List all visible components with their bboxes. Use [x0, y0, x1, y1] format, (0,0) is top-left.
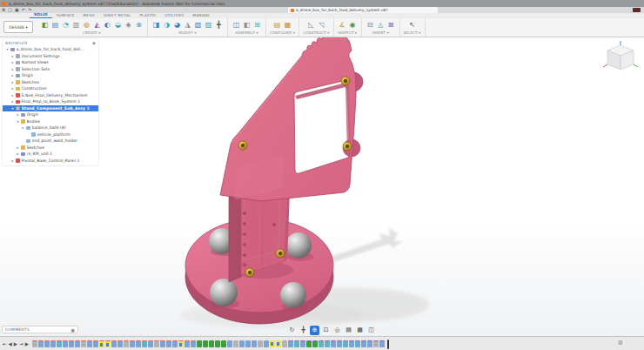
browser-item[interactable]: ▸Document Settings — [3, 53, 98, 60]
toolbar-group-label[interactable]: INSERT ▾ — [372, 30, 389, 35]
timeline-feature[interactable] — [252, 340, 257, 347]
document-tab[interactable]: a_drone_box_for_back_food_delivery_syste… — [288, 7, 438, 13]
tool-icon[interactable]: ▦ — [283, 20, 292, 30]
tool-icon[interactable]: ◔ — [61, 20, 70, 30]
tool-icon[interactable]: ◮ — [183, 20, 192, 30]
browser-item[interactable]: ▾Stand_Component_Sub_Assy 1 — [3, 105, 98, 112]
timeline-feature[interactable] — [197, 340, 202, 347]
timeline-feature[interactable] — [337, 340, 342, 347]
tool-icon[interactable]: ◉ — [348, 20, 358, 30]
browser-item[interactable]: ▸cs_KM_unit 1 — [3, 151, 98, 158]
timeline-feature[interactable] — [166, 340, 171, 347]
expand-caret-icon[interactable]: ▸ — [10, 60, 15, 64]
play-range-button[interactable]: ▶ — [25, 340, 29, 348]
timeline-feature[interactable] — [264, 340, 269, 347]
timeline-feature[interactable] — [367, 340, 372, 347]
timeline-feature[interactable] — [105, 340, 111, 347]
timeline-feature[interactable] — [111, 340, 117, 347]
timeline-feature[interactable] — [117, 340, 123, 347]
toolbar-group-label[interactable]: CREATE ▾ — [83, 30, 100, 35]
expand-caret-icon[interactable]: ▸ — [16, 151, 20, 156]
expand-caret-icon[interactable]: ▸ — [10, 158, 15, 163]
timeline-feature[interactable] — [306, 340, 312, 347]
timeline-feature[interactable] — [57, 340, 62, 347]
timeline-feature[interactable] — [69, 340, 74, 347]
expand-caret-icon[interactable]: ▸ — [10, 54, 15, 58]
browser-item[interactable]: vehicle_platform — [3, 131, 98, 138]
display-settings-icon[interactable]: ▤ — [344, 326, 353, 335]
timeline-feature[interactable] — [191, 340, 196, 347]
timeline-feature[interactable] — [282, 340, 287, 347]
timeline-feature[interactable] — [124, 340, 129, 347]
tool-icon[interactable]: ◒ — [113, 20, 123, 30]
timeline-feature[interactable] — [209, 340, 214, 347]
toolbar-group-label[interactable]: MODIFY ▾ — [178, 30, 196, 35]
tool-icon[interactable]: ▤ — [272, 20, 282, 30]
step-back-button[interactable]: ◀ — [9, 340, 12, 348]
browser-item[interactable]: ▸Sketches — [3, 145, 98, 151]
expand-caret-icon[interactable]: ▸ — [10, 80, 15, 84]
browser-item[interactable]: ▸Named Views — [3, 59, 98, 66]
timeline-feature[interactable] — [221, 340, 226, 347]
user-avatar[interactable] — [633, 8, 641, 12]
grid-settings-icon[interactable]: ▦ — [355, 326, 365, 335]
fit-icon[interactable]: ⊡ — [321, 326, 331, 335]
tool-icon[interactable]: ▨ — [204, 20, 213, 30]
browser-item[interactable]: ▸Sketches — [3, 79, 98, 86]
tool-icon[interactable]: ∡ — [338, 20, 347, 30]
timeline-feature[interactable] — [63, 340, 68, 347]
timeline-feature[interactable] — [130, 340, 135, 347]
expand-caret-icon[interactable]: ▸ — [10, 67, 15, 71]
browser-item[interactable]: ▾a_drone_box_for_back_food_deli... — [3, 46, 98, 53]
viewports-icon[interactable]: ◫ — [366, 326, 376, 335]
play-button[interactable]: ▶ — [14, 340, 17, 348]
tool-icon[interactable]: ▥ — [71, 20, 81, 30]
timeline-feature[interactable] — [233, 340, 238, 347]
save-icon[interactable]: ▣ — [15, 7, 19, 13]
zoom-icon[interactable]: ⊕ — [310, 326, 319, 335]
timeline-feature[interactable] — [312, 340, 318, 347]
skip-to-end-button[interactable]: ⇥ — [19, 340, 23, 348]
timeline-feature[interactable] — [325, 340, 330, 347]
tool-icon[interactable]: ⊟ — [366, 20, 375, 30]
timeline-feature[interactable] — [203, 340, 208, 347]
timeline-feature[interactable] — [93, 340, 98, 347]
timeline-feature[interactable] — [81, 340, 86, 347]
toolbar-group-label[interactable]: ASSEMBLE ▾ — [235, 30, 258, 35]
timeline-feature[interactable] — [227, 340, 232, 347]
tool-icon[interactable]: ⊠ — [386, 20, 396, 30]
timeline-feature[interactable] — [300, 340, 305, 347]
timeline-feature[interactable] — [75, 340, 80, 347]
timeline-feature[interactable] — [288, 340, 293, 347]
tool-icon[interactable]: ⊕ — [134, 20, 144, 30]
toolbar-group-label[interactable]: CONFIGURE ▾ — [270, 30, 295, 35]
browser-item[interactable]: ▸Pivotal_Base_Control_Panel 1 — [3, 158, 98, 165]
upper-plate[interactable] — [220, 32, 356, 201]
timeline-feature[interactable] — [331, 340, 336, 347]
toolbar-group-label[interactable]: CONSTRUCT ▾ — [303, 30, 329, 35]
expand-caret-icon[interactable]: ▾ — [5, 47, 10, 51]
browser-item[interactable]: ▸S.No4_Final_Delivery_Mechanism — [3, 92, 98, 99]
timeline-playhead[interactable] — [387, 340, 389, 349]
look-at-icon[interactable]: ◎ — [332, 326, 342, 335]
tool-icon[interactable]: ◹ — [317, 20, 326, 30]
timeline-feature[interactable] — [319, 340, 324, 347]
gear-icon[interactable]: ⚙ — [618, 339, 623, 347]
browser-item[interactable]: ▸Origin — [3, 111, 98, 118]
timeline-feature[interactable] — [270, 340, 275, 347]
skip-to-start-button[interactable]: ⇤ — [3, 340, 7, 348]
expand-caret-icon[interactable]: ▸ — [21, 125, 25, 130]
timeline-feature[interactable] — [184, 340, 190, 347]
timeline-feature[interactable] — [172, 340, 178, 347]
timeline-feature[interactable] — [87, 340, 92, 347]
timeline-feature[interactable] — [38, 340, 44, 347]
undo-icon[interactable]: ↶ — [22, 7, 25, 13]
tool-icon[interactable]: ◍ — [82, 20, 91, 30]
tool-icon[interactable]: ◐ — [103, 20, 112, 30]
tool-icon[interactable]: ↖ — [407, 20, 417, 30]
orbit-icon[interactable]: ↻ — [287, 326, 297, 335]
toolbar-group-label[interactable]: SELECT ▾ — [404, 30, 421, 35]
tool-icon[interactable]: ◧ — [242, 20, 252, 30]
timeline-feature[interactable] — [44, 340, 50, 347]
tool-icon[interactable]: ▤ — [50, 20, 60, 30]
